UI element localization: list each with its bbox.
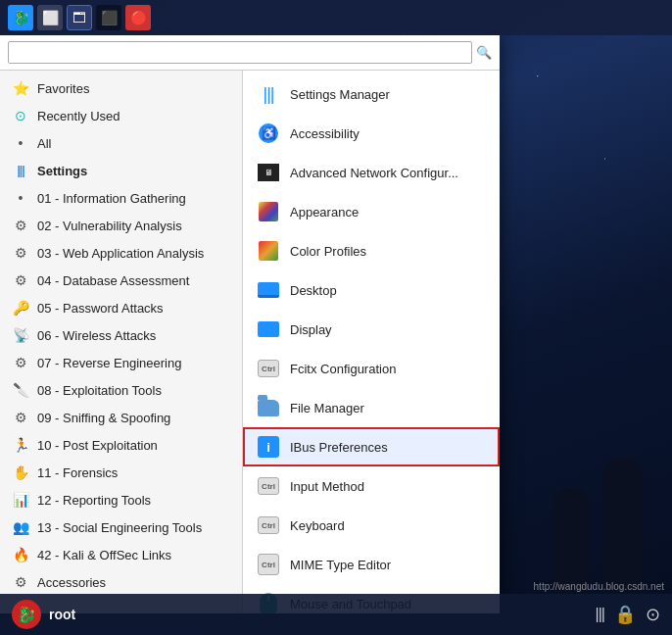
sidebar-item-all[interactable]: • All bbox=[0, 129, 242, 157]
settings-icon: ||| bbox=[12, 162, 29, 179]
right-item-mime[interactable]: Ctrl MIME Type Editor bbox=[243, 545, 500, 584]
taskbar-app2[interactable]: 🗔 bbox=[67, 5, 92, 30]
03-icon: ⚙ bbox=[12, 244, 29, 262]
11-icon: ✋ bbox=[12, 464, 29, 481]
09-icon: ⚙ bbox=[12, 409, 29, 426]
menu-window: 🔍 ⭐ Favorites ⊙ Recently Used • All ||| … bbox=[0, 35, 500, 613]
settings-manager-label: Settings Manager bbox=[290, 87, 390, 102]
right-panel: ||| Settings Manager ♿ Accessibility 🖥 A… bbox=[243, 71, 500, 613]
keyboard-label: Keyboard bbox=[290, 518, 345, 533]
right-item-keyboard[interactable]: Ctrl Keyboard bbox=[243, 506, 500, 545]
input-method-label: Input Method bbox=[290, 479, 364, 494]
display-icon-shape bbox=[258, 321, 279, 337]
input-method-icon-shape: Ctrl bbox=[258, 477, 279, 495]
sidebar-label-all: All bbox=[37, 136, 51, 151]
bottom-taskbar: 🐉 root ||| 🔒 ⊙ bbox=[0, 594, 672, 635]
appearance-icon-shape bbox=[259, 202, 278, 221]
desktop-icon bbox=[257, 278, 280, 302]
sidebar-item-02[interactable]: ⚙ 02 - Vulnerability Analysis bbox=[0, 212, 242, 239]
07-icon: ⚙ bbox=[12, 354, 29, 371]
sidebar-label-03: 03 - Web Application Analysis bbox=[37, 246, 204, 261]
taskbar-app4[interactable]: 🔴 bbox=[125, 5, 151, 30]
ibus-icon-shape: i bbox=[258, 436, 279, 458]
right-item-settings-manager[interactable]: ||| Settings Manager bbox=[243, 74, 500, 114]
taskbar-app3[interactable]: ⬛ bbox=[96, 5, 121, 30]
13-icon: 👥 bbox=[12, 518, 29, 536]
sidebar-item-accessories[interactable]: ⚙ Accessories bbox=[0, 568, 242, 596]
kali-logo[interactable]: 🐉 bbox=[12, 600, 41, 629]
04-icon: ⚙ bbox=[12, 271, 29, 289]
search-input[interactable] bbox=[8, 41, 472, 64]
sidebar-label-42: 42 - Kali & OffSec Links bbox=[37, 548, 171, 562]
fcitx-icon-shape: Ctrl bbox=[258, 360, 279, 377]
fcitx-icon: Ctrl bbox=[257, 357, 280, 380]
right-item-file-manager[interactable]: File Manager bbox=[243, 388, 500, 427]
left-panel: ⭐ Favorites ⊙ Recently Used • All ||| Se… bbox=[0, 71, 243, 613]
mime-label: MIME Type Editor bbox=[290, 558, 391, 572]
sidebar-item-03[interactable]: ⚙ 03 - Web Application Analysis bbox=[0, 239, 242, 267]
bottom-icon-circle[interactable]: ⊙ bbox=[646, 604, 660, 625]
sidebar-item-13[interactable]: 👥 13 - Social Engineering Tools bbox=[0, 513, 242, 541]
12-icon: 📊 bbox=[12, 491, 29, 509]
right-item-color-profiles[interactable]: Color Profiles bbox=[243, 231, 500, 270]
sidebar-label-accessories: Accessories bbox=[37, 575, 106, 590]
input-method-icon: Ctrl bbox=[257, 474, 280, 498]
top-taskbar: 🐉 ⬜ 🗔 ⬛ 🔴 bbox=[0, 0, 672, 35]
sidebar-label-settings: Settings bbox=[37, 164, 87, 178]
sidebar-item-09[interactable]: ⚙ 09 - Sniffing & Spoofing bbox=[0, 404, 242, 431]
sidebar-item-recently-used[interactable]: ⊙ Recently Used bbox=[0, 102, 242, 129]
accessibility-label: Accessibility bbox=[290, 126, 360, 141]
settings-manager-icon: ||| bbox=[257, 82, 280, 106]
right-item-display[interactable]: Display bbox=[243, 310, 500, 349]
recently-used-icon: ⊙ bbox=[12, 107, 29, 124]
sidebar-item-11[interactable]: ✋ 11 - Forensics bbox=[0, 459, 242, 486]
right-item-ibus[interactable]: i IBus Preferences bbox=[243, 427, 500, 466]
sidebar-item-settings[interactable]: ||| Settings bbox=[0, 157, 242, 184]
right-item-fcitx[interactable]: Ctrl Fcitx Configuration bbox=[243, 349, 500, 388]
10-icon: 🏃 bbox=[12, 436, 29, 454]
02-icon: ⚙ bbox=[12, 217, 29, 234]
silhouette-container bbox=[554, 459, 643, 596]
search-icon: 🔍 bbox=[476, 45, 492, 60]
sidebar-item-10[interactable]: 🏃 10 - Post Exploitation bbox=[0, 431, 242, 459]
right-item-input-method[interactable]: Ctrl Input Method bbox=[243, 466, 500, 506]
keyboard-icon-shape: Ctrl bbox=[258, 516, 279, 534]
silhouette-2 bbox=[554, 488, 589, 596]
sidebar-item-07[interactable]: ⚙ 07 - Reverse Engineering bbox=[0, 349, 242, 376]
bottom-icon-lock[interactable]: 🔒 bbox=[614, 604, 636, 625]
color-profiles-icon bbox=[257, 239, 280, 263]
search-bar: 🔍 bbox=[0, 35, 500, 71]
sidebar-item-42[interactable]: 🔥 42 - Kali & OffSec Links bbox=[0, 541, 242, 568]
display-label: Display bbox=[290, 322, 332, 337]
right-item-accessibility[interactable]: ♿ Accessibility bbox=[243, 114, 500, 153]
sidebar-item-05[interactable]: 🔑 05 - Password Attacks bbox=[0, 294, 242, 321]
right-item-advanced-network[interactable]: 🖥 Advanced Network Configur... bbox=[243, 153, 500, 192]
kali-dragon-icon[interactable]: 🐉 bbox=[8, 5, 33, 30]
file-manager-label: File Manager bbox=[290, 401, 364, 415]
bottom-left: 🐉 root bbox=[12, 600, 75, 629]
sidebar-item-12[interactable]: 📊 12 - Reporting Tools bbox=[0, 486, 242, 513]
sidebar-label-01: 01 - Information Gathering bbox=[37, 191, 186, 206]
42-icon: 🔥 bbox=[12, 546, 29, 563]
sidebar-label-06: 06 - Wireless Attacks bbox=[37, 328, 156, 343]
right-item-appearance[interactable]: Appearance bbox=[243, 192, 500, 231]
sidebar-item-01[interactable]: • 01 - Information Gathering bbox=[0, 184, 242, 212]
right-item-desktop[interactable]: Desktop bbox=[243, 270, 500, 310]
sidebar-item-06[interactable]: 📡 06 - Wireless Attacks bbox=[0, 321, 242, 349]
08-icon: 🔪 bbox=[12, 381, 29, 399]
desktop-label: Desktop bbox=[290, 283, 337, 298]
taskbar-app1[interactable]: ⬜ bbox=[37, 5, 63, 30]
ibus-label: IBus Preferences bbox=[290, 440, 388, 455]
sidebar-item-04[interactable]: ⚙ 04 - Database Assessment bbox=[0, 267, 242, 294]
advanced-network-icon: 🖥 bbox=[257, 161, 280, 184]
watermark: http://wangdudu.blog.csdn.net bbox=[534, 581, 664, 592]
sidebar-label-recently-used: Recently Used bbox=[37, 109, 120, 123]
sidebar-item-08[interactable]: 🔪 08 - Exploitation Tools bbox=[0, 376, 242, 404]
sidebar-item-favorites[interactable]: ⭐ Favorites bbox=[0, 74, 242, 102]
sidebar-label-12: 12 - Reporting Tools bbox=[37, 493, 151, 508]
color-profiles-label: Color Profiles bbox=[290, 244, 366, 259]
accessories-icon: ⚙ bbox=[12, 573, 29, 591]
fcitx-label: Fcitx Configuration bbox=[290, 362, 396, 376]
root-label: root bbox=[49, 607, 75, 622]
bottom-icon-bars[interactable]: ||| bbox=[596, 606, 604, 623]
